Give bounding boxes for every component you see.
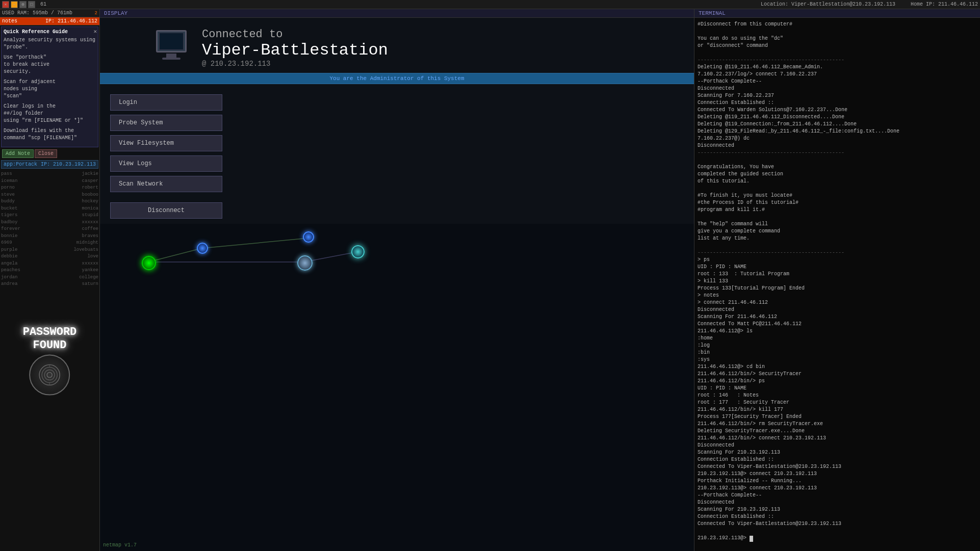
notes-ip: IP: 211.46.46.112 <box>45 18 97 24</box>
network-node-3[interactable] <box>351 245 365 258</box>
password-found-text: PASSWORDFOUND <box>23 326 77 353</box>
monitor-screen <box>159 33 184 50</box>
monitor-base <box>162 58 180 60</box>
app-title: 61 <box>40 2 46 7</box>
probe-system-button[interactable]: Probe System <box>110 115 222 131</box>
pw-row: forevercoffee <box>1 226 98 233</box>
network-map: netmap v1.7 <box>100 224 694 551</box>
minimize-window-icon[interactable]: − <box>11 1 18 8</box>
monitor <box>156 30 187 53</box>
fingerprint-icon <box>30 354 70 395</box>
password-area: passjackie icemancasper pornorobert stev… <box>0 170 99 551</box>
pw-row: purplelovebuats <box>1 247 98 254</box>
pw-row: passjackie <box>1 171 98 178</box>
view-filesystem-button[interactable]: View Filesystem <box>110 135 222 151</box>
quick-ref-line4: Clear logs in the##/log folderusing "rm … <box>4 103 96 124</box>
terminal-text: Note: the wildcard "*" indicates "All". … <box>698 18 899 541</box>
quick-ref-line1: Analyze security systems using"probe". <box>4 37 96 51</box>
settings-icon[interactable]: ⚙ <box>19 1 27 8</box>
quick-ref-line2: Use "porthack"to break activesecurity. <box>4 54 96 75</box>
pw-row: tigersstupid <box>1 212 98 219</box>
pw-row: pornorobert <box>1 185 98 192</box>
terminal-cursor <box>750 536 753 542</box>
display-header: DISPLAY <box>100 9 694 18</box>
note-buttons: Add Note Close <box>0 148 99 159</box>
svg-point-3 <box>47 372 53 377</box>
view-logs-button[interactable]: View Logs <box>110 155 222 172</box>
terminal-panel: TERMINAL Note: the wildcard "*" indicate… <box>694 9 980 551</box>
main-layout: USED RAM: 595mb / 761mb 2 notes IP: 211.… <box>0 9 980 551</box>
svg-line-6 <box>148 248 202 262</box>
connected-to-label: Connected to <box>202 28 388 41</box>
ram-count: 2 <box>95 11 97 16</box>
pw-row: peachesyankee <box>1 267 98 274</box>
terminal-output[interactable]: Note: the wildcard "*" indicates "All". … <box>694 18 980 551</box>
portack-bar: app:Portack IP: 210.23.192.113 <box>1 160 98 169</box>
pw-row: icemancasper <box>1 178 98 185</box>
target-ip: @ 210.23.192.113 <box>202 60 388 68</box>
action-buttons: Login Probe System View Filesystem View … <box>100 84 233 202</box>
quick-ref-line5: Download files with thecommand "scp [FIL… <box>4 127 96 142</box>
close-window-icon[interactable]: ✕ <box>2 1 9 8</box>
network-node-4[interactable] <box>303 231 314 243</box>
window-controls[interactable]: ✕ − ⚙ □ <box>2 1 35 8</box>
left-panel: USED RAM: 595mb / 761mb 2 notes IP: 211.… <box>0 9 100 551</box>
quick-ref-line3: Scan for adjacentnodes using"scan" <box>4 78 96 100</box>
notes-label: notes <box>2 18 17 24</box>
network-node-current[interactable] <box>142 256 156 270</box>
computer-icon <box>151 30 192 66</box>
pw-row: stevebooboo <box>1 192 98 199</box>
pw-row: bucketmonica <box>1 205 98 213</box>
svg-point-2 <box>45 370 55 380</box>
notes-bar: notes IP: 211.46.46.112 <box>0 17 99 25</box>
network-node-2[interactable] <box>297 255 313 271</box>
netmap-version-label: netmap v1.7 <box>103 542 137 548</box>
pw-row: debbielove <box>1 253 98 260</box>
ram-label: USED RAM: 595mb / 761mb <box>2 10 72 16</box>
network-lines-svg <box>100 224 694 551</box>
admin-status-bar: You are the Administrator of this System <box>100 73 694 84</box>
quick-ref-close-icon[interactable]: ✕ <box>93 28 97 35</box>
scan-network-button[interactable]: Scan Network <box>110 176 222 192</box>
display-content: Connected to Viper-Battlestation @ 210.2… <box>100 18 694 551</box>
portack-ip-label: IP: 210.23.192.113 <box>41 162 96 167</box>
quick-reference-panel: Quick Reference Guide ✕ Analyze security… <box>1 27 98 147</box>
login-button[interactable]: Login <box>110 94 222 111</box>
terminal-header: TERMINAL <box>694 9 980 18</box>
location-label: Location: Viper-Battlestation@210.23.192… <box>761 2 978 7</box>
ram-bar: USED RAM: 595mb / 761mb 2 <box>0 9 99 17</box>
connected-area: Connected to Viper-Battlestation @ 210.2… <box>100 18 694 73</box>
pw-row: jordancollege <box>1 274 98 281</box>
target-name: Viper-Battlestation <box>202 41 388 60</box>
pw-row: andreasaturn <box>1 281 98 288</box>
pw-row: 6969midnight <box>1 240 98 247</box>
password-found-overlay: PASSWORDFOUND <box>23 326 77 396</box>
pw-row: badboyxxxxxx <box>1 219 98 226</box>
top-bar: ✕ − ⚙ □ 61 Location: Viper-Battlestation… <box>0 0 980 9</box>
svg-line-7 <box>202 238 309 248</box>
network-node-1[interactable] <box>197 243 208 254</box>
svg-point-0 <box>40 364 60 385</box>
pw-row: angelaxxxxxx <box>1 260 98 268</box>
disconnect-button[interactable]: Disconnect <box>110 202 222 219</box>
pw-row: buddyhockey <box>1 198 98 205</box>
mid-panel: DISPLAY Connected to Viper-Battlestation… <box>100 9 694 551</box>
disconnect-area: Disconnect <box>100 202 694 224</box>
quick-ref-title: Quick Reference Guide <box>4 29 96 35</box>
pw-row: bonniebraves <box>1 233 98 240</box>
portack-app-label: app:Portack <box>4 162 37 167</box>
window-icon2[interactable]: □ <box>28 1 35 8</box>
add-note-button[interactable]: Add Note <box>2 149 34 158</box>
monitor-stand <box>166 54 176 58</box>
connection-info: Connected to Viper-Battlestation @ 210.2… <box>202 28 388 68</box>
close-note-button[interactable]: Close <box>35 149 57 158</box>
